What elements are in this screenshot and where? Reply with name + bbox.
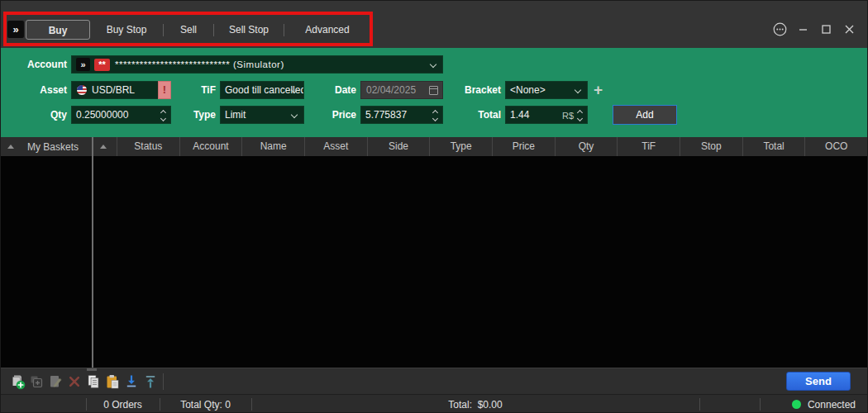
status-bar: 0 Orders Total Qty: 0 Total: $0.00 Conne…: [1, 394, 867, 413]
total-input[interactable]: 1.44 R$: [505, 106, 588, 124]
baskets-list-body[interactable]: [1, 156, 92, 368]
asset-value: USD/BRL: [92, 84, 135, 96]
column-side[interactable]: Side: [367, 137, 430, 156]
date-value: 02/04/2025: [366, 84, 416, 96]
more-options-icon[interactable]: [772, 21, 788, 37]
status-separator: [699, 398, 700, 411]
titlebar: » Buy Buy Stop Sell Sell Stop Advanced: [1, 1, 867, 48]
column-qty[interactable]: Qty: [555, 137, 618, 156]
tif-label: TiF: [162, 81, 216, 99]
order-entry-form: Account » ** ***************************…: [1, 48, 867, 137]
column-stop[interactable]: Stop: [680, 137, 742, 156]
total-value: 1.44: [510, 109, 529, 121]
price-input[interactable]: 5.775837: [360, 106, 443, 124]
column-tif[interactable]: TiF: [617, 137, 680, 156]
column-asset[interactable]: Asset: [304, 137, 367, 156]
column-total[interactable]: Total: [742, 137, 805, 156]
send-button[interactable]: Send: [786, 372, 851, 391]
tab-buy-stop[interactable]: Buy Stop: [90, 20, 163, 40]
bracket-select[interactable]: <None>: [505, 81, 588, 99]
type-value: Limit: [225, 109, 246, 121]
bracket-value: <None>: [510, 84, 546, 96]
account-select[interactable]: » ** **************************** (Simul…: [71, 55, 443, 74]
price-stepper[interactable]: [432, 109, 439, 122]
column-status[interactable]: Status: [117, 137, 179, 156]
column-name[interactable]: Name: [241, 137, 304, 156]
baskets-title[interactable]: My Baskets: [14, 141, 92, 153]
import-icon[interactable]: [122, 372, 141, 392]
asset-label: Asset: [1, 81, 67, 99]
column-type[interactable]: Type: [429, 137, 492, 156]
asset-input[interactable]: USD/BRL: [71, 81, 159, 99]
total-stepper[interactable]: [577, 109, 584, 122]
basket-toolbar: Send: [1, 368, 867, 394]
tif-value: Good till cancelled: [225, 84, 304, 96]
close-icon[interactable]: [842, 21, 857, 37]
window-controls: [772, 21, 857, 37]
copy-icon[interactable]: [83, 372, 103, 392]
orders-count: 0 Orders: [86, 395, 160, 413]
total-qty-status: Total Qty: 0: [160, 395, 251, 413]
tab-sell[interactable]: Sell: [164, 20, 213, 40]
chevron-down-icon: [575, 87, 581, 93]
export-icon[interactable]: [141, 372, 160, 392]
edit-basket-icon[interactable]: [45, 372, 64, 392]
toolbar-separator: [163, 373, 164, 390]
add-button[interactable]: Add: [613, 105, 677, 125]
price-value: 5.775837: [365, 109, 407, 121]
connected-dot-icon: [792, 400, 801, 409]
account-value: **************************** (Simulator): [115, 59, 284, 69]
price-label: Price: [307, 106, 356, 124]
bracket-label: Bracket: [439, 81, 501, 99]
chevron-down-icon: [430, 61, 436, 68]
type-label: Type: [162, 106, 216, 124]
tab-separator: [370, 24, 371, 36]
account-label: Account: [1, 55, 67, 74]
sort-ascending-icon[interactable]: [100, 145, 107, 149]
delete-basket-icon[interactable]: [64, 372, 83, 392]
chevron-down-icon: [291, 112, 298, 118]
orders-panel: Status Account Name Asset Side Type Pric…: [93, 137, 867, 368]
collapse-panel-icon[interactable]: »: [7, 21, 24, 38]
status-separator: [760, 398, 761, 411]
date-label: Date: [307, 81, 356, 99]
baskets-panel: My Baskets: [1, 137, 92, 368]
date-input[interactable]: 02/04/2025: [360, 81, 443, 99]
trading-app-window: » Buy Buy Stop Sell Sell Stop Advanced: [0, 0, 868, 413]
tab-sell-stop[interactable]: Sell Stop: [214, 20, 284, 40]
duplicate-basket-icon[interactable]: [26, 372, 45, 392]
tab-advanced[interactable]: Advanced: [284, 20, 370, 40]
total-label: Total: [439, 106, 501, 124]
add-bracket-icon[interactable]: +: [594, 81, 603, 99]
connection-label: Connected: [808, 399, 856, 411]
order-type-tabs: Buy Buy Stop Sell Sell Stop Advanced: [26, 20, 371, 40]
qty-input[interactable]: 0.25000000: [71, 106, 171, 124]
splitter-grip[interactable]: [87, 368, 97, 371]
double-chevron-right-icon: »: [12, 23, 18, 36]
orders-table-body[interactable]: [93, 156, 867, 368]
column-account[interactable]: Account: [179, 137, 242, 156]
type-select[interactable]: Limit: [220, 106, 304, 124]
column-oco[interactable]: OCO: [804, 137, 867, 156]
sort-ascending-icon[interactable]: [7, 145, 14, 149]
account-red-badge: **: [94, 59, 110, 71]
maximize-icon[interactable]: [818, 21, 834, 37]
tif-select[interactable]: Good till cancelled: [220, 81, 304, 99]
qty-value: 0.25000000: [76, 109, 128, 121]
calendar-icon: [429, 86, 438, 95]
minimize-icon[interactable]: [795, 21, 811, 37]
usd-flag-icon: [76, 84, 88, 96]
connection-status: Connected: [792, 395, 856, 413]
add-basket-icon[interactable]: [7, 372, 26, 392]
tab-buy[interactable]: Buy: [26, 20, 90, 40]
total-status: Total: $0.00: [251, 395, 699, 413]
account-collapse-icon: »: [76, 58, 90, 71]
orders-header-row: Status Account Name Asset Side Type Pric…: [93, 137, 867, 156]
table-area: My Baskets Status Account Name Asset Sid…: [1, 137, 867, 368]
baskets-header: My Baskets: [1, 137, 92, 156]
currency-suffix: R$: [562, 107, 574, 124]
column-price[interactable]: Price: [492, 137, 555, 156]
qty-label: Qty: [1, 106, 67, 124]
paste-icon[interactable]: [103, 372, 122, 392]
